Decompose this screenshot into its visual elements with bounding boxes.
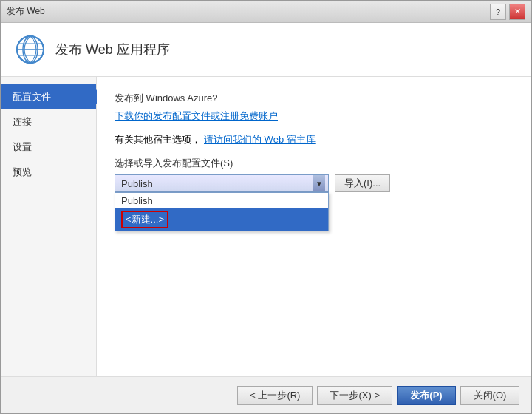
dialog-footer: < 上一步(R) 下一步(X) > 发布(P) 关闭(O) [1,376,531,413]
dropdown-option-new[interactable]: <新建...> [115,208,328,231]
profile-label-section: 选择或导入发布配置文件(S) Publish ▼ Publish <新建...> [115,157,514,192]
dropdown-row: Publish ▼ Publish <新建...> 导入(I)... [115,174,514,192]
profile-dropdown[interactable]: Publish ▼ [115,174,329,192]
main-content: 发布到 Windows Azure? 下载你的发布配置文件或注册免费账户 有关其… [97,77,531,376]
titlebar: 发布 Web ? ✕ [1,1,531,23]
prev-button[interactable]: < 上一步(R) [237,386,313,405]
azure-link[interactable]: 下载你的发布配置文件或注册免费账户 [115,110,278,121]
sidebar-item-connection[interactable]: 连接 [1,109,96,135]
dropdown-arrow-icon: ▼ [313,175,325,191]
azure-section: 发布到 Windows Azure? 下载你的发布配置文件或注册免费账户 [115,92,514,123]
close-button[interactable]: 关闭(O) [460,386,519,405]
sidebar-item-profile[interactable]: 配置文件 [1,84,96,109]
main-window: 发布 Web ? ✕ 发布 Web 应用程序 配置文件 [0,0,532,414]
dialog-body: 配置文件 连接 设置 预览 发布到 Windows Azure? 下载你的发布配… [1,77,531,376]
dialog-title: 发布 Web 应用程序 [55,41,170,58]
dropdown-popup: Publish <新建...> [115,192,329,231]
help-button[interactable]: ? [490,4,506,20]
close-title-button[interactable]: ✕ [509,4,525,20]
titlebar-buttons: ? ✕ [490,4,525,20]
profile-label: 选择或导入发布配置文件(S) [115,157,514,170]
globe-icon [16,35,45,64]
host-text: 有关其他宿主选项， [115,133,201,146]
sidebar: 配置文件 连接 设置 预览 [1,77,97,376]
dialog-header: 发布 Web 应用程序 [1,23,531,77]
dropdown-option-publish[interactable]: Publish [115,193,328,208]
dropdown-value: Publish [118,178,313,189]
host-link[interactable]: 请访问我们的 Web 宿主库 [204,133,316,146]
dropdown-container: Publish ▼ Publish <新建...> [115,174,329,192]
sidebar-item-preview[interactable]: 预览 [1,160,96,185]
next-button[interactable]: 下一步(X) > [317,386,392,405]
window-title: 发布 Web [7,5,45,18]
new-item-label: <新建...> [121,211,168,228]
publish-button[interactable]: 发布(P) [397,386,456,405]
import-button[interactable]: 导入(I)... [335,174,390,192]
azure-question: 发布到 Windows Azure? [115,92,514,105]
sidebar-item-settings[interactable]: 设置 [1,135,96,160]
host-section: 有关其他宿主选项， 请访问我们的 Web 宿主库 [115,133,514,146]
